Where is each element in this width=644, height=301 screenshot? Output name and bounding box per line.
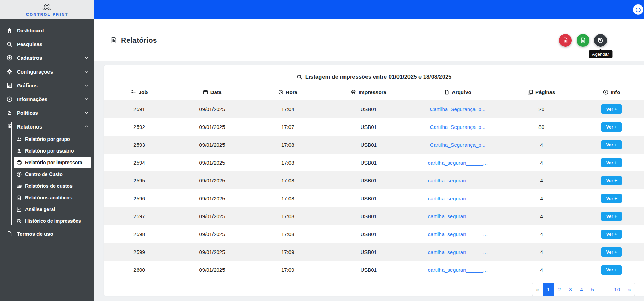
file-cell: Cartilha_Segurança_p... xyxy=(412,118,504,136)
pagination-page-3[interactable]: 3 xyxy=(565,283,576,296)
date-cell: 09/01/2025 xyxy=(174,225,250,243)
sidebar-subitem-label: Análise geral xyxy=(25,207,55,212)
file-cell: cartilha_seguran______... xyxy=(412,243,504,261)
ver-mais-button[interactable]: Ver + xyxy=(601,230,622,239)
sidebar-item-graficos[interactable]: Gráficos xyxy=(0,78,94,92)
sidebar-item-label: Termos de uso xyxy=(17,231,53,237)
sidebar: DashboardPesquisasCadastrosConfigurações… xyxy=(0,19,94,301)
sidebar-item-label: Configurações xyxy=(17,69,53,75)
history-icon xyxy=(17,219,22,224)
pagination-page-2[interactable]: 2 xyxy=(554,283,565,296)
file-link[interactable]: Cartilha_Segurança_p... xyxy=(430,124,485,130)
table-row: 259309/01/202517:08USB01Cartilha_Seguran… xyxy=(104,136,644,154)
sidebar-item-politicas[interactable]: Políticas xyxy=(0,106,94,120)
clock-icon xyxy=(278,90,283,95)
file-link[interactable]: cartilha_seguran______... xyxy=(428,213,488,219)
plus-circle-icon xyxy=(7,55,12,61)
column-header-data: Data xyxy=(174,85,250,100)
sidebar-subitem-centro-de-custo[interactable]: Centro de Custo xyxy=(14,168,91,180)
ver-mais-button[interactable]: Ver + xyxy=(601,122,622,132)
column-header-hora: Hora xyxy=(250,85,326,100)
reports-card: Listagem de impressões entre 01/01/2025 … xyxy=(104,65,644,296)
sidebar-subitem-label: Relatórios analíticos xyxy=(25,195,72,200)
pagination-page-10[interactable]: 10 xyxy=(610,283,624,296)
date-cell: 09/01/2025 xyxy=(174,243,250,261)
export-pdf-button[interactable] xyxy=(559,34,572,47)
printer-cell: USB01 xyxy=(326,189,412,207)
pagination-page-1[interactable]: 1 xyxy=(543,283,554,296)
pagination-first-button[interactable]: « xyxy=(532,283,543,296)
chevron-down-icon xyxy=(84,56,89,60)
ver-mais-button[interactable]: Ver + xyxy=(601,194,622,203)
date-cell: 09/01/2025 xyxy=(174,100,250,118)
file-link[interactable]: cartilha_seguran______... xyxy=(428,196,488,201)
job-cell: 2594 xyxy=(104,154,174,171)
sidebar-subitem-relatorio-por-grupo[interactable]: Relatório por grupo xyxy=(14,133,91,145)
sidebar-item-dashboard[interactable]: Dashboard xyxy=(0,23,94,37)
sidebar-item-label: Relatórios xyxy=(17,124,42,130)
printer-cell: USB01 xyxy=(326,118,412,136)
power-button[interactable] xyxy=(633,4,643,15)
sidebar-subitem-analise-geral[interactable]: Análise geral xyxy=(14,203,91,215)
sidebar-item-cadastros[interactable]: Cadastros xyxy=(0,51,94,65)
sidebar-subitem-relatorios-analiticos[interactable]: Relatórios analíticos xyxy=(14,192,91,203)
schedule-tooltip: Agendar xyxy=(589,50,612,58)
ver-mais-button[interactable]: Ver + xyxy=(601,104,622,114)
ver-mais-button[interactable]: Ver + xyxy=(601,247,622,257)
file-link[interactable]: cartilha_seguran______... xyxy=(428,267,488,273)
sidebar-subitem-label: Relatório por impressora xyxy=(25,160,83,165)
tasks-icon xyxy=(131,90,136,95)
sidebar-subitem-relatorio-por-impressora[interactable]: Relatório por impressora xyxy=(14,157,91,168)
file-cell: cartilha_seguran______... xyxy=(412,154,504,171)
info-icon xyxy=(7,96,12,102)
relatorios-group: RelatóriosRelatório por grupoRelatório p… xyxy=(0,120,94,227)
file-link[interactable]: cartilha_seguran______... xyxy=(428,249,488,255)
chart-icon xyxy=(7,82,12,88)
pagination-page-5[interactable]: 5 xyxy=(587,283,598,296)
home-icon xyxy=(7,27,12,33)
time-cell: 17:07 xyxy=(250,118,326,136)
schedule-button[interactable] xyxy=(594,34,607,47)
report-icon xyxy=(7,124,12,130)
sidebar-item-configuracoes[interactable]: Configurações xyxy=(0,65,94,78)
ver-mais-button[interactable]: Ver + xyxy=(601,265,622,275)
time-cell: 17:08 xyxy=(250,225,326,243)
chevron-down-icon xyxy=(84,83,89,88)
column-label: Arquivo xyxy=(452,89,471,95)
sidebar-subitem-relatorio-por-usuario[interactable]: Relatório por usuário xyxy=(14,145,91,157)
export-excel-button[interactable] xyxy=(577,34,589,47)
file-link[interactable]: cartilha_seguran______... xyxy=(428,178,488,183)
table-row: 259909/01/202517:09USB01cartilha_seguran… xyxy=(104,243,644,261)
date-cell: 09/01/2025 xyxy=(174,118,250,136)
sidebar-subitem-historico-de-impressoes[interactable]: Histórico de impressões xyxy=(14,215,91,227)
file-link[interactable]: cartilha_seguran______... xyxy=(428,160,488,166)
chart-line-icon xyxy=(17,207,22,212)
table-header-row: JobDataHoraImpressoraArquivoPáginasInfo xyxy=(104,85,644,100)
sidebar-item-relatorios[interactable]: Relatórios xyxy=(0,120,94,133)
ver-mais-button[interactable]: Ver + xyxy=(601,176,622,185)
file-link[interactable]: Cartilha_Segurança_p... xyxy=(430,106,485,112)
column-label: Hora xyxy=(286,89,297,95)
ver-mais-button[interactable]: Ver + xyxy=(601,212,622,221)
date-cell: 09/01/2025 xyxy=(174,207,250,225)
sidebar-item-pesquisas[interactable]: Pesquisas xyxy=(0,37,94,51)
money-icon xyxy=(17,172,22,177)
ver-mais-button[interactable]: Ver + xyxy=(601,140,622,149)
sidebar-item-informacoes[interactable]: Informações xyxy=(0,92,94,106)
job-cell: 2591 xyxy=(104,100,174,118)
pagination-page-4[interactable]: 4 xyxy=(576,283,587,296)
sidebar-item-termos-de-uso[interactable]: Termos de uso xyxy=(0,227,94,241)
ver-mais-button[interactable]: Ver + xyxy=(601,158,622,167)
job-cell: 2600 xyxy=(104,261,174,279)
info-icon xyxy=(603,90,608,95)
pages-cell: 4 xyxy=(504,225,579,243)
file-chart-icon xyxy=(17,195,22,200)
column-header-info: Info xyxy=(579,85,644,100)
file-link[interactable]: Cartilha_Segurança_p... xyxy=(430,142,485,148)
pagination-last-button[interactable]: » xyxy=(624,283,635,296)
sidebar-subitem-relatorios-de-custos[interactable]: Relatórios de custos xyxy=(14,180,91,192)
sidebar-item-label: Gráficos xyxy=(17,82,38,88)
file-link[interactable]: cartilha_seguran______... xyxy=(428,231,488,237)
file-cell: cartilha_seguran______... xyxy=(412,189,504,207)
file-cell: Cartilha_Segurança_p... xyxy=(412,136,504,154)
